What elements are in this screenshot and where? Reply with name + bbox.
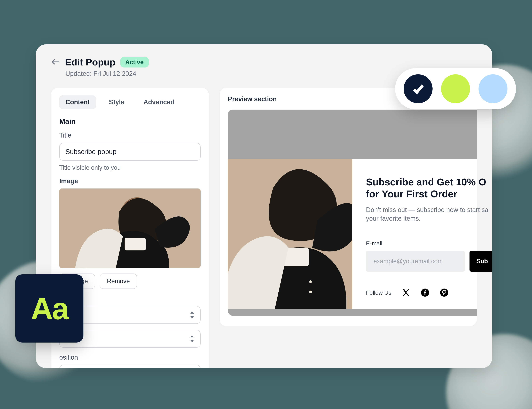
subscribe-button[interactable]: Sub xyxy=(469,251,492,272)
remove-image-button[interactable]: Remove xyxy=(100,274,137,289)
popup-content: Subscribe and Get 10% O for Your First O… xyxy=(352,159,492,309)
color-palette xyxy=(395,68,516,109)
stepper-icon xyxy=(190,335,194,343)
color-swatch-3[interactable] xyxy=(478,74,507,103)
popup-preview: Subscribe and Get 10% O for Your First O… xyxy=(228,159,477,309)
popup-heading: Subscribe and Get 10% O for Your First O… xyxy=(366,176,492,200)
preview-panel: Preview section xyxy=(219,88,477,326)
popup-heading-line1: Subscribe and Get 10% O xyxy=(366,176,486,187)
email-label: E-mail xyxy=(366,240,492,247)
preview-stage: Subscribe and Get 10% O for Your First O… xyxy=(228,110,477,316)
popup-subheading: Don't miss out — subscribe now to start … xyxy=(366,205,492,223)
image-label: Image xyxy=(59,177,201,185)
tabs: Content Style Advanced xyxy=(59,95,201,109)
x-icon[interactable] xyxy=(402,288,410,297)
position-select[interactable]: Left xyxy=(59,365,201,368)
popup-sub-line2: your favorite items. xyxy=(366,215,421,222)
svg-rect-2 xyxy=(125,238,146,251)
popup-sub-line1: Don't miss out — subscribe now to start … xyxy=(366,206,488,213)
typography-tile-label: Aa xyxy=(31,291,68,326)
typography-tile[interactable]: Aa xyxy=(15,274,83,343)
follow-us-label: Follow Us xyxy=(366,289,391,296)
color-swatch-1[interactable] xyxy=(404,74,433,103)
status-badge: Active xyxy=(120,57,149,67)
email-input[interactable]: example@youremail.com xyxy=(366,251,465,272)
title-label: Title xyxy=(59,132,201,139)
tab-style[interactable]: Style xyxy=(103,95,131,109)
popup-heading-line2: for Your First Order xyxy=(366,188,457,199)
check-icon xyxy=(411,82,425,96)
svg-point-7 xyxy=(309,291,312,293)
facebook-icon[interactable] xyxy=(421,288,430,297)
stepper-icon xyxy=(190,311,194,319)
position-label-partial: osition xyxy=(59,354,201,361)
image-thumbnail[interactable] xyxy=(59,188,201,268)
page-title: Edit Popup xyxy=(65,56,116,68)
pinterest-icon[interactable] xyxy=(440,288,449,297)
title-input[interactable] xyxy=(59,143,201,161)
color-swatch-2[interactable] xyxy=(441,74,470,103)
svg-point-6 xyxy=(309,280,312,283)
back-arrow-icon[interactable] xyxy=(51,57,60,67)
title-help: Title visible only to you xyxy=(59,164,201,171)
tab-advanced[interactable]: Advanced xyxy=(137,95,180,109)
popup-image xyxy=(228,159,352,309)
tab-content[interactable]: Content xyxy=(59,95,96,109)
section-main-heading: Main xyxy=(59,117,201,126)
